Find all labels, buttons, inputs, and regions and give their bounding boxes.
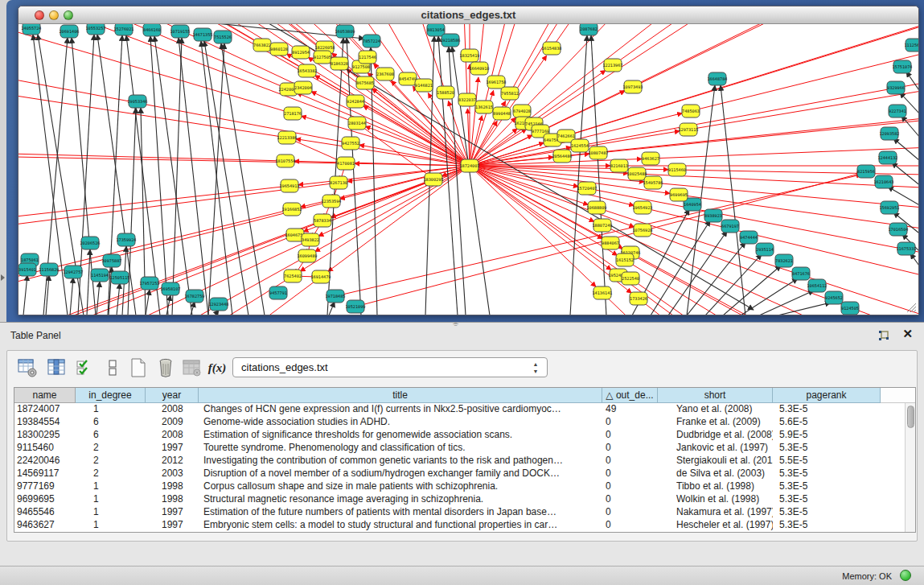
graph-node[interactable]: 10756928 (633, 224, 653, 237)
close-panel-icon[interactable]: ✕ (902, 327, 913, 341)
graph-node[interactable]: 2522540 (622, 272, 639, 285)
black-citation-edge[interactable] (150, 36, 168, 315)
graph-node[interactable]: 15495786 (643, 176, 663, 189)
black-citation-edge[interactable] (208, 43, 224, 315)
table-row[interactable]: 911546021997Tourette syndrome. Phenomeno… (14, 442, 899, 455)
graph-node[interactable]: 8267130 (330, 176, 347, 189)
graph-node[interactable]: 6794028 (513, 105, 531, 117)
graph-node[interactable]: 17016504 (889, 223, 909, 236)
graph-node[interactable]: 8186328 (331, 57, 348, 70)
network-canvas[interactable]: 2405572420691406105532571527602184661601… (18, 24, 918, 315)
graph-node[interactable]: 16958107 (161, 282, 181, 295)
graph-node[interactable]: 16640910 (470, 62, 490, 75)
network-window-titlebar[interactable]: citations_edges.txt (18, 6, 918, 24)
network-window[interactable]: citations_edges.txt 24055724206914061055… (18, 6, 919, 315)
graph-node[interactable]: 7857224 (363, 35, 380, 47)
table-select-dropdown[interactable]: citations_edges.txt ▲▼ (232, 357, 548, 377)
graph-node[interactable]: 9699695 (670, 188, 688, 201)
black-citation-edge[interactable] (452, 47, 490, 315)
black-citation-edge[interactable] (705, 254, 762, 315)
graph-node[interactable]: 9127505 (314, 51, 331, 64)
graph-node[interactable]: 12353594 (322, 195, 342, 208)
graph-node[interactable]: 8322037 (458, 93, 476, 106)
graph-node[interactable]: 7625402 (284, 270, 302, 282)
black-citation-edge[interactable] (910, 253, 918, 281)
graph-node[interactable]: 5878334 (314, 214, 331, 227)
black-citation-edge[interactable] (179, 38, 208, 315)
black-citation-edge[interactable] (906, 72, 918, 103)
graph-node[interactable]: 7832621 (775, 254, 793, 267)
table-row[interactable]: 1872400712008Changes of HCN gene express… (14, 403, 899, 416)
function-builder-icon[interactable]: f(x) (207, 357, 228, 378)
red-citation-edge[interactable] (470, 166, 634, 227)
graph-node[interactable]: 16961758 (487, 76, 507, 89)
graph-node[interactable]: 9124505 (841, 302, 859, 315)
graph-node[interactable]: 1145194 (91, 269, 109, 282)
select-columns-check-icon[interactable] (75, 357, 96, 378)
graph-node[interactable]: 16154838 (542, 42, 562, 55)
red-citation-edge[interactable] (335, 175, 861, 296)
graph-node[interactable]: 16210643 (874, 175, 894, 188)
select-column-icon[interactable] (46, 357, 67, 378)
red-citation-edge[interactable] (363, 105, 470, 166)
graph-node[interactable]: 16543382 (298, 64, 318, 77)
table-row[interactable]: 1938455462009Genome-wide association stu… (14, 416, 899, 429)
graph-node[interactable]: 29053346 (128, 95, 148, 108)
graph-node[interactable]: 2718176 (284, 107, 302, 120)
graph-node[interactable]: 10025488 (627, 167, 647, 180)
float-panel-icon[interactable] (877, 329, 890, 342)
black-citation-edge[interactable] (892, 163, 918, 194)
graph-node[interactable]: 14671355 (193, 28, 213, 41)
black-citation-edge[interactable] (70, 278, 73, 315)
graph-node[interactable]: 9329966 (887, 81, 905, 94)
graph-node[interactable]: 9463627 (642, 152, 659, 165)
graph-node[interactable]: 12942757 (64, 266, 84, 278)
graph-node[interactable]: 7955812 (501, 87, 519, 100)
graph-node[interactable]: 18807249 (593, 219, 613, 232)
table-row[interactable]: 969969511998Structural magnetic resonanc… (14, 493, 899, 506)
graph-node[interactable]: 10807487 (589, 146, 609, 159)
graph-node[interactable]: 3915401 (18, 263, 36, 276)
column-header-year[interactable]: year (146, 388, 199, 403)
graph-node[interactable]: 16053809 (335, 25, 355, 38)
graph-node[interactable]: 15751074 (893, 60, 913, 73)
graph-node[interactable]: 15720407 (577, 182, 598, 195)
graph-node[interactable]: 9115460 (668, 163, 686, 176)
graph-node[interactable]: 16914479 (311, 270, 331, 283)
table-row[interactable]: 1456911722003Disruption of a novel membe… (14, 468, 899, 480)
graph-node[interactable]: 8912954 (292, 46, 310, 59)
graph-node[interactable]: 9242844 (347, 95, 364, 108)
graph-node[interactable]: 20691406 (60, 25, 80, 38)
column-header-pagerank[interactable]: pagerank (773, 388, 881, 403)
table-row[interactable]: 946554611997Estimation of the future num… (14, 506, 899, 519)
table-vertical-scrollbar[interactable] (905, 403, 915, 532)
graph-node[interactable]: 1588520 (437, 86, 454, 99)
graph-node[interactable]: 20564486 (552, 150, 573, 163)
graph-node[interactable]: 7663822 (253, 39, 271, 51)
column-header-out_de[interactable]: △ out_de... (602, 388, 658, 403)
graph-node[interactable]: 3493822 (302, 233, 319, 246)
graph-node[interactable]: 9884067 (602, 237, 619, 249)
black-citation-edge[interactable] (893, 138, 918, 170)
graph-node[interactable]: 12093582 (880, 127, 900, 140)
graph-node[interactable]: 30975887 (102, 254, 122, 267)
graph-node[interactable]: 1615152 (616, 253, 634, 266)
graph-node[interactable]: 9474444 (740, 231, 758, 244)
window-resize-grip-icon[interactable] (906, 302, 917, 313)
red-citation-edge[interactable] (470, 166, 596, 286)
graph-node[interactable]: 8675685 (356, 76, 374, 89)
graph-node[interactable]: 11156829 (39, 263, 60, 276)
graph-node[interactable]: 16648784 (708, 72, 728, 85)
column-header-in_degree[interactable]: in_degree (76, 388, 146, 403)
graph-node[interactable]: 8216013 (610, 159, 628, 172)
split-pane-grip-icon[interactable]: ⌯ (453, 319, 458, 328)
graph-node[interactable]: 2367608 (376, 68, 394, 80)
graph-node[interactable]: 16099489 (298, 249, 318, 262)
graph-node[interactable]: 12973115 (679, 123, 699, 136)
table-settings-icon[interactable] (17, 357, 38, 378)
graph-node[interactable]: 1624554 (571, 139, 589, 152)
new-table-icon[interactable] (128, 357, 149, 378)
graph-node[interactable]: 15692951 (880, 201, 900, 214)
graph-node[interactable]: 10973493 (623, 80, 643, 93)
graph-node[interactable]: 8990448 (493, 107, 511, 120)
